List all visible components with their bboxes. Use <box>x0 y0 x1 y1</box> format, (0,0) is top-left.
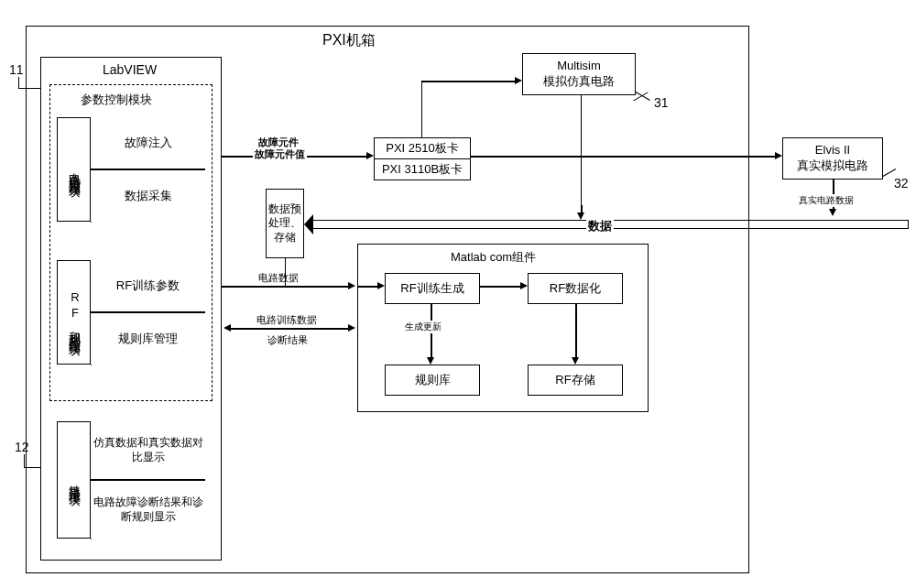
elvis-subtitle: 真实模拟电路 <box>797 158 868 174</box>
rf-rule-control-label: RF和规则库控制模块 <box>58 261 92 365</box>
arrow-pxi-to-elvis <box>471 156 775 158</box>
label-fault-value: 故障元件值 <box>253 147 307 161</box>
label-circuit-train-data: 电路训练数据 <box>255 313 319 327</box>
arrow-multisim-down-tip <box>581 205 583 212</box>
label-data: 数据 <box>586 218 614 234</box>
label-circuit-data: 电路数据 <box>256 271 300 285</box>
fault-injection: 故障注入 <box>90 117 205 169</box>
rf-digitize: RF数据化 <box>528 273 623 304</box>
arrow-to-multisim <box>421 81 515 82</box>
ref-31: 31 <box>654 95 669 110</box>
elvis-title: Elvis II <box>815 143 850 158</box>
arrow-matlab-in <box>357 286 377 288</box>
arrow-rftrain-to-digitize <box>480 286 520 288</box>
line-pxi-up <box>421 81 422 137</box>
multisim-title: Multisim <box>557 59 601 74</box>
data-preprocess-label: 数据预处理、存储 <box>268 202 301 245</box>
label-diag-result: 诊断结果 <box>266 333 310 347</box>
rf-store: RF存储 <box>528 365 623 396</box>
leader-11 <box>18 77 41 89</box>
labview-title: LabVIEW <box>101 62 158 77</box>
elvis-box: Elvis II 真实模拟电路 <box>782 137 883 180</box>
fault-diag-result: 电路故障诊断结果和诊断规则显示 <box>90 480 205 539</box>
label-real-circuit-data: 真实电路数据 <box>797 194 856 207</box>
line-multisim-down <box>581 95 582 212</box>
sim-real-compare: 仿真数据和真实数据对比显示 <box>90 421 205 480</box>
result-display-label: 结果显示模块 <box>58 422 92 539</box>
leader-12 <box>24 454 41 468</box>
rule-lib-mgmt: 规则库管理 <box>90 312 205 365</box>
pxi-card-2510: PXI 2510板卡 <box>374 137 471 159</box>
ref-11: 11 <box>9 62 24 77</box>
matlab-title: Matlab com组件 <box>449 249 538 266</box>
rf-train-gen: RF训练生成 <box>385 273 480 304</box>
arrow-circuit-train-data <box>231 328 348 330</box>
data-bus-arrow-top <box>304 214 313 234</box>
data-preprocess-box: 数据预处理、存储 <box>266 189 304 258</box>
ref-32: 32 <box>894 176 909 191</box>
pxi-title: PXI机箱 <box>321 31 377 50</box>
line-preprocess-down <box>285 258 286 286</box>
multisim-subtitle: 模拟仿真电路 <box>543 74 615 90</box>
label-gen-update: 生成更新 <box>403 321 443 333</box>
data-acquisition: 数据采集 <box>90 169 205 222</box>
rf-train-params: RF训练参数 <box>90 260 205 312</box>
circuit-sim-control-label: 电路仿真控制模块 <box>58 118 92 223</box>
ref-12: 12 <box>15 440 29 454</box>
multisim-box: Multisim 模拟仿真电路 <box>522 53 636 95</box>
param-control-title: 参数控制模块 <box>79 92 154 108</box>
arrow-circuit-data <box>222 286 348 288</box>
pxi-card-3110b: PXI 3110B板卡 <box>374 158 471 180</box>
arrow-digitize-to-store <box>575 304 577 357</box>
rule-lib: 规则库 <box>385 365 480 396</box>
